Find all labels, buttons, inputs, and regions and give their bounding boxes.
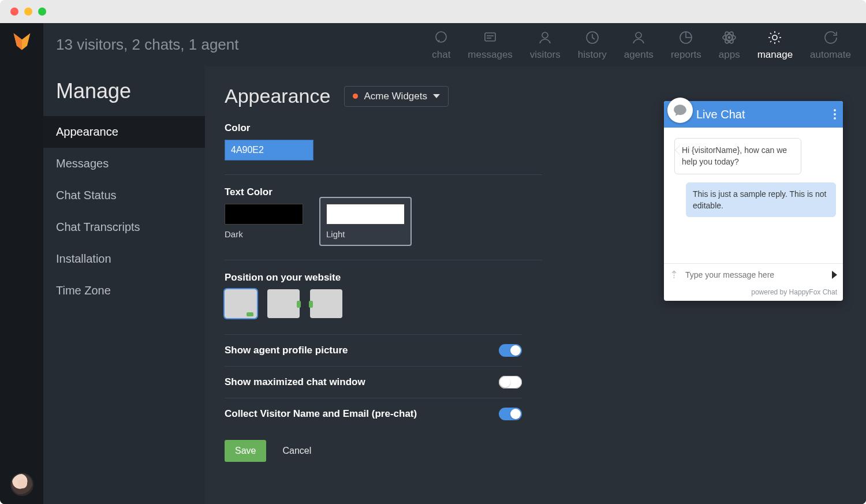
sidebar-item-messages[interactable]: Messages xyxy=(43,148,205,180)
chat-preview-menu-icon[interactable] xyxy=(834,109,836,120)
topbar: 13 visitors, 2 chats, 1 agent chatmessag… xyxy=(43,23,866,66)
chat-sample-reply-bubble: This is just a sample reply. This is not… xyxy=(686,182,836,218)
svg-point-8 xyxy=(636,32,641,38)
toggle-switch[interactable] xyxy=(499,408,522,420)
site-status-dot xyxy=(353,94,358,99)
current-user-avatar[interactable] xyxy=(10,473,33,496)
save-button[interactable]: Save xyxy=(225,440,266,462)
site-selector[interactable]: Acme Widgets xyxy=(344,86,449,107)
app-frame: 13 visitors, 2 chats, 1 agent chatmessag… xyxy=(0,23,866,504)
toggle-row-0: Show agent profile picture xyxy=(225,335,522,366)
chat-bubble-icon xyxy=(673,103,688,118)
send-icon[interactable] xyxy=(832,271,837,279)
toggle-group: Show agent profile picture Show maximize… xyxy=(225,334,522,430)
divider xyxy=(225,174,542,175)
upload-icon[interactable]: ⇡ xyxy=(670,268,678,281)
topnav-visitors[interactable]: visitors xyxy=(530,29,561,61)
toggle-label: Collect Visitor Name and Email (pre-chat… xyxy=(225,408,417,420)
manage-sidebar: Manage AppearanceMessagesChat StatusChat… xyxy=(43,66,205,504)
gear-icon xyxy=(767,29,783,46)
svg-point-6 xyxy=(542,32,548,38)
topnav-history[interactable]: history xyxy=(578,29,607,61)
topnav-label: agents xyxy=(624,49,654,61)
toggle-label: Show agent profile picture xyxy=(225,345,348,356)
chat-widget-preview: Live Chat Hi {visitorName}, how can we h… xyxy=(664,101,843,301)
text-color-option-dark[interactable]: Dark xyxy=(225,204,303,246)
toggle-switch[interactable] xyxy=(499,376,522,389)
cancel-button[interactable]: Cancel xyxy=(279,445,315,457)
text-color-light-label: Light xyxy=(326,229,405,239)
fox-logo-icon xyxy=(12,31,32,52)
light-swatch xyxy=(326,204,405,225)
position-option-right[interactable] xyxy=(267,289,300,318)
topnav-agents[interactable]: agents xyxy=(624,29,654,61)
window-minimize-dot[interactable] xyxy=(24,8,32,16)
refresh-icon xyxy=(823,29,839,46)
topnav-label: messages xyxy=(468,49,512,61)
chat-preview-input[interactable] xyxy=(684,270,826,280)
live-stats: 13 visitors, 2 chats, 1 agent xyxy=(56,36,239,54)
window-zoom-dot[interactable] xyxy=(38,8,46,16)
topnav-label: visitors xyxy=(530,49,561,61)
svg-point-2 xyxy=(436,32,446,42)
svg-point-13 xyxy=(729,36,730,38)
window-close-dot[interactable] xyxy=(10,8,18,16)
sidebar-item-time-zone[interactable]: Time Zone xyxy=(43,275,205,307)
chat-preview-header: Live Chat xyxy=(664,101,843,128)
chat-greeting-bubble: Hi {visitorName}, how can we help you to… xyxy=(674,138,801,174)
text-color-dark-label: Dark xyxy=(225,229,303,239)
position-option-bottom-right[interactable] xyxy=(225,289,257,318)
topnav-label: reports xyxy=(671,49,701,61)
chat-preview-input-row: ⇡ xyxy=(664,263,843,286)
chat-preview-footer: powered by HappyFox Chat xyxy=(664,286,843,301)
divider xyxy=(225,260,542,260)
form-actions: Save Cancel xyxy=(225,440,846,462)
toggle-switch[interactable] xyxy=(499,344,522,357)
chat-agent-avatar xyxy=(667,98,693,123)
topnav-label: automate xyxy=(810,49,851,61)
window-titlebar xyxy=(0,0,866,23)
dark-swatch xyxy=(225,204,303,225)
sidebar-item-chat-status[interactable]: Chat Status xyxy=(43,180,205,211)
topnav-chat[interactable]: chat xyxy=(432,29,450,61)
pie-chart-icon xyxy=(678,29,694,46)
topnav-reports[interactable]: reports xyxy=(671,29,701,61)
chevron-down-icon xyxy=(433,94,440,98)
main-panel: Appearance Acme Widgets Color Text Color xyxy=(205,66,866,504)
chat-bubble-icon xyxy=(433,29,449,46)
sidebar-item-installation[interactable]: Installation xyxy=(43,243,205,275)
topnav-apps[interactable]: apps xyxy=(719,29,740,61)
topnav-messages[interactable]: messages xyxy=(468,29,512,61)
sidebar-item-chat-transcripts[interactable]: Chat Transcripts xyxy=(43,211,205,243)
body-cols: Manage AppearanceMessagesChat StatusChat… xyxy=(43,66,866,504)
toggle-row-1: Show maximized chat window xyxy=(225,366,522,398)
messages-icon xyxy=(482,29,498,46)
person-icon xyxy=(537,29,553,46)
person-icon xyxy=(630,29,647,46)
brand-logo[interactable] xyxy=(12,31,32,52)
chat-preview-title: Live Chat xyxy=(696,108,745,121)
svg-rect-3 xyxy=(485,33,495,41)
sidebar-item-appearance[interactable]: Appearance xyxy=(43,116,205,148)
atom-icon xyxy=(721,29,737,46)
topnav-manage[interactable]: manage xyxy=(757,29,793,61)
sidebar-title: Manage xyxy=(43,79,205,103)
svg-point-14 xyxy=(772,35,777,40)
svg-marker-1 xyxy=(13,33,21,50)
site-selector-label: Acme Widgets xyxy=(364,91,427,102)
topnav-label: manage xyxy=(757,49,793,61)
color-hex-input[interactable] xyxy=(225,140,313,160)
topnav-label: chat xyxy=(432,49,450,61)
text-color-option-light[interactable]: Light xyxy=(319,197,412,246)
clock-icon xyxy=(584,29,600,46)
position-option-left[interactable] xyxy=(310,289,342,318)
right-area: 13 visitors, 2 chats, 1 agent chatmessag… xyxy=(43,23,866,504)
topnav-automate[interactable]: automate xyxy=(810,29,851,61)
left-rail xyxy=(0,23,43,504)
topnav-label: apps xyxy=(719,49,740,61)
topnav-label: history xyxy=(578,49,607,61)
toggle-label: Show maximized chat window xyxy=(225,376,365,388)
page-title: Appearance xyxy=(225,85,330,107)
top-nav: chatmessagesvisitorshistoryagentsreports… xyxy=(432,29,851,61)
chat-preview-body: Hi {visitorName}, how can we help you to… xyxy=(664,128,843,263)
